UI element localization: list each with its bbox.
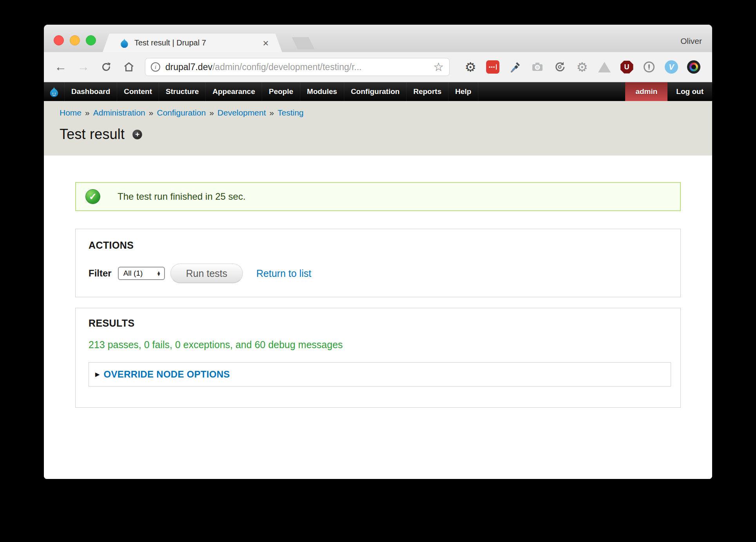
ublock-icon[interactable]: U (619, 59, 635, 75)
minimize-window-button[interactable] (70, 35, 80, 45)
close-window-button[interactable] (54, 35, 64, 45)
arrow-down-icon: ▼ (157, 273, 161, 276)
breadcrumb-link[interactable]: Administration (93, 108, 145, 117)
toolbar-menu-item[interactable]: Modules (300, 82, 344, 101)
drupal-favicon-icon (119, 38, 130, 48)
tab-close-icon[interactable]: × (263, 38, 269, 48)
breadcrumb-link[interactable]: Development (217, 108, 266, 117)
results-summary: 213 passes, 0 fails, 0 exceptions, and 6… (89, 339, 680, 350)
actions-heading: ACTIONS (89, 240, 680, 251)
fieldset-label: OVERRIDE NODE OPTIONS (104, 369, 230, 380)
status-check-icon: ✓ (85, 189, 100, 204)
ublock-letter: U (624, 63, 629, 71)
breadcrumb-link[interactable]: Home (60, 108, 81, 117)
breadcrumb-separator: » (85, 108, 90, 117)
url-path: /admin/config/development/testing/r... (212, 62, 362, 72)
breadcrumb-separator: » (209, 108, 214, 117)
status-message: ✓ The test run finished in 25 sec. (75, 182, 681, 211)
reload-icon[interactable] (99, 60, 113, 74)
toolbar-menu-item[interactable]: Dashboard (64, 82, 117, 101)
url-bar[interactable]: i drupal7.dev/admin/config/development/t… (145, 58, 450, 76)
forward-icon[interactable]: → (77, 60, 90, 74)
bookmark-star-icon[interactable]: ☆ (433, 61, 444, 73)
toolbar-menu: DashboardContentStructureAppearancePeopl… (64, 82, 478, 101)
drive-icon[interactable] (597, 59, 612, 75)
toolbar-menu-item[interactable]: Configuration (344, 82, 407, 101)
back-icon[interactable]: ← (54, 60, 67, 74)
browser-profile-name[interactable]: Oliver (680, 36, 702, 46)
breadcrumb-separator: » (269, 108, 274, 117)
camera-icon[interactable] (530, 59, 545, 75)
filter-select[interactable]: All (1) ▲ ▼ (118, 267, 165, 280)
collapse-arrow-icon: ▶ (95, 371, 100, 378)
toolbar-menu-item[interactable]: Appearance (206, 82, 262, 101)
settings-gear-icon[interactable]: ⚙ (463, 59, 478, 75)
toolbar-menu-item[interactable]: Help (449, 82, 478, 101)
toolbar-right: admin Log out (625, 82, 712, 101)
lastpass-icon[interactable]: ••• (485, 59, 501, 75)
home-icon[interactable] (122, 60, 136, 74)
results-panel: RESULTS 213 passes, 0 fails, 0 exception… (75, 308, 681, 408)
toolbar-user-admin[interactable]: admin (625, 82, 667, 101)
toolbar-menu-item[interactable]: Content (117, 82, 159, 101)
toolbar-logout[interactable]: Log out (667, 82, 712, 101)
browser-tab[interactable]: Test result | Drupal 7 × (103, 34, 282, 52)
tab-strip: Test result | Drupal 7 × Oliver (44, 25, 712, 52)
breadcrumb-link[interactable]: Configuration (157, 108, 206, 117)
v-letter: V (669, 63, 674, 72)
drupal-admin-toolbar: DashboardContentStructureAppearancePeopl… (44, 82, 712, 101)
page-info-icon[interactable]: i (151, 62, 160, 72)
filter-row: Filter All (1) ▲ ▼ Run tests Return to l… (89, 264, 680, 283)
breadcrumb-link[interactable]: Testing (278, 108, 304, 117)
filter-label: Filter (89, 268, 112, 279)
browser-window: Test result | Drupal 7 × Oliver ← → i dr… (44, 25, 712, 479)
eyedropper-icon[interactable] (507, 59, 523, 75)
results-heading: RESULTS (89, 318, 680, 329)
toolbar-menu-item[interactable]: People (262, 82, 300, 101)
status-message-text: The test run finished in 25 sec. (118, 191, 246, 202)
run-tests-button[interactable]: Run tests (170, 264, 243, 283)
breadcrumb-separator: » (149, 108, 154, 117)
lastpass-dots: ••• (489, 65, 496, 70)
return-to-list-link[interactable]: Return to list (256, 268, 311, 279)
keyhole-icon[interactable] (641, 59, 657, 75)
browser-menu-icon[interactable]: ⋮ (707, 60, 712, 74)
drupal-logo-icon[interactable] (44, 82, 64, 101)
add-shortcut-icon[interactable]: + (132, 130, 142, 139)
main-content: ✓ The test run finished in 25 sec. ACTIO… (44, 155, 712, 479)
extensions-row: ⚙ ••• ⚙ U V (456, 59, 702, 75)
camera-lens-icon[interactable] (686, 59, 702, 75)
filter-select-value: All (1) (123, 269, 143, 278)
lastpass-bar (496, 64, 497, 70)
browser-nav-toolbar: ← → i drupal7.dev/admin/config/developme… (44, 52, 712, 82)
toolbar-menu-item[interactable]: Structure (159, 82, 206, 101)
session-refresh-icon[interactable] (552, 59, 568, 75)
toolbar-menu-item[interactable]: Reports (407, 82, 449, 101)
select-stepper-icon: ▲ ▼ (157, 271, 161, 276)
page-title: Test result (60, 126, 125, 143)
zoom-window-button[interactable] (86, 35, 96, 45)
page-header: Home»Administration»Configuration»Develo… (44, 101, 712, 155)
actions-panel: ACTIONS Filter All (1) ▲ ▼ Run tests Ret… (75, 229, 681, 297)
v-extension-icon[interactable]: V (664, 59, 679, 75)
breadcrumb: Home»Administration»Configuration»Develo… (60, 108, 712, 117)
url-domain: drupal7.dev (165, 62, 212, 72)
override-node-options-fieldset[interactable]: ▶ OVERRIDE NODE OPTIONS (89, 362, 671, 387)
tab-title: Test result | Drupal 7 (134, 38, 206, 47)
gray-gear-icon[interactable]: ⚙ (574, 59, 590, 75)
new-tab-button[interactable] (292, 37, 315, 49)
url-text: drupal7.dev/admin/config/development/tes… (165, 62, 362, 72)
